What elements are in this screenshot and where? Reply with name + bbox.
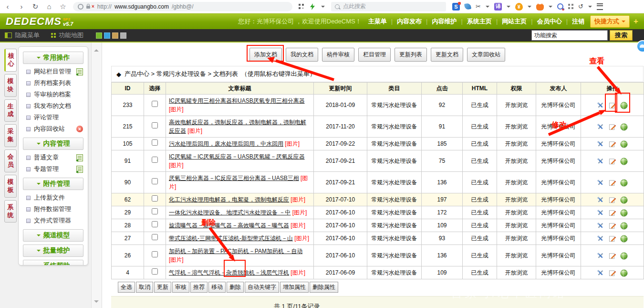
sidebar-menu-item[interactable]: 上传新文件 (19, 192, 88, 203)
view-globe-icon[interactable] (620, 222, 628, 230)
row-checkbox[interactable] (152, 234, 158, 240)
scroll-down-arrow-icon[interactable] (94, 300, 99, 305)
scissors-dropdown-icon[interactable] (486, 6, 489, 10)
magnifier-extension-icon[interactable] (557, 3, 563, 10)
doc-action-button[interactable]: 稿件审核 (322, 48, 354, 62)
sidebar-menu-item[interactable]: 所有档案列表 (19, 77, 88, 89)
function-search-input[interactable] (531, 30, 608, 41)
doc-title-link[interactable]: 带式压滤机-三网带式压滤机-新型带式压滤机－山 (169, 235, 293, 242)
batch-action-button[interactable]: 推荐 (190, 282, 208, 293)
section-header-common-ops[interactable]: 常用操作 (23, 52, 83, 64)
doc-title-link[interactable]: 厌氧三相分离器－IC反应器三相分离器－UASB三相 (169, 175, 299, 181)
translate-extension-icon[interactable]: 译 (494, 3, 502, 11)
edit-icon[interactable] (609, 196, 616, 203)
edit-icon[interactable] (609, 209, 616, 216)
sidebar-menu-item[interactable]: 内容回收站 (19, 123, 88, 135)
change-attributes-icon[interactable] (597, 252, 604, 259)
edit-icon[interactable] (609, 158, 616, 165)
sidebar-menu-item[interactable]: 评论管理 (19, 112, 88, 123)
header-nav-link[interactable]: 注销 (572, 17, 584, 26)
change-attributes-icon[interactable] (597, 123, 604, 130)
view-globe-icon[interactable] (620, 252, 628, 260)
row-checkbox[interactable] (152, 208, 158, 214)
doc-title-link[interactable]: IC厌氧罐专用三相分离器和UASB厌氧专用三相分离器 (169, 97, 305, 104)
sidebar-tab[interactable]: 采集 (4, 124, 17, 147)
change-attributes-icon[interactable] (597, 209, 604, 216)
pen-extension-icon[interactable] (464, 3, 471, 10)
doc-action-button[interactable]: 更新列表 (395, 48, 427, 62)
change-attributes-icon[interactable] (597, 222, 604, 229)
flash-lightning-icon[interactable] (310, 3, 315, 10)
row-checkbox[interactable] (152, 178, 158, 184)
batch-action-button[interactable]: 自动关键字 (245, 282, 279, 293)
row-checkbox[interactable] (152, 101, 158, 107)
view-globe-icon[interactable] (620, 140, 628, 148)
forward-icon[interactable]: › (18, 3, 25, 10)
sogou-extension-icon[interactable]: S (452, 3, 460, 11)
theme-color-swatch[interactable] (104, 32, 110, 39)
fox-extension-icon[interactable] (536, 4, 544, 11)
batch-action-button[interactable]: 删除属性 (310, 282, 338, 293)
address-bar[interactable]: × http://www.sdguangbo.com/gbhb@/ (73, 2, 292, 11)
home-icon[interactable]: ⌂ (45, 3, 53, 10)
batch-action-button[interactable]: 全选 (118, 282, 135, 293)
breadcrumb-path[interactable]: 产品中心 > 常规污水处理设备 > 文档列表 (125, 70, 238, 78)
currency-dropdown-icon[interactable] (528, 6, 531, 10)
undo-dropdown-icon[interactable] (588, 6, 592, 10)
edit-icon[interactable] (609, 252, 616, 259)
hide-menu-button[interactable]: 隐藏菜单 (5, 31, 40, 40)
view-globe-icon[interactable] (620, 123, 628, 131)
edit-icon[interactable] (609, 235, 616, 242)
change-attributes-icon[interactable] (597, 102, 604, 109)
change-attributes-icon[interactable] (597, 158, 604, 165)
view-globe-icon[interactable] (620, 102, 628, 109)
doc-action-button[interactable]: 添加文档 (249, 48, 282, 62)
change-attributes-icon[interactable] (597, 235, 604, 242)
batch-action-button[interactable]: 审核 (172, 282, 189, 293)
change-attributes-icon[interactable] (597, 140, 604, 148)
site-info-icon[interactable] (78, 4, 83, 10)
sidebar-tab[interactable]: 核心 (4, 49, 17, 72)
view-globe-icon[interactable] (620, 209, 628, 217)
doc-title-link[interactable]: 加药机－加药装置－PAC加药机－PAM加药机 －自动 (169, 248, 302, 255)
doc-title-link[interactable]: 污水处理后回用，废水处理后回用，中水回用 (169, 140, 283, 147)
section-header-system-help[interactable]: 系统帮助 (23, 260, 83, 266)
header-nav-link[interactable]: 系统主页 (467, 17, 492, 26)
currency-extension-icon[interactable]: ¥ (515, 3, 523, 11)
header-nav-link[interactable]: 内容维护 (432, 17, 457, 26)
doc-action-button[interactable]: 栏目管理 (358, 48, 391, 62)
refresh-icon[interactable]: ↻ (31, 3, 39, 10)
theme-color-swatch[interactable] (96, 32, 102, 39)
sidebar-menu-item[interactable]: 附件数据管理 (19, 203, 88, 215)
edit-icon[interactable] (609, 102, 616, 109)
dedecms-logo[interactable]: DEDECMS SP2 v5.7 (6, 16, 73, 27)
doc-action-button[interactable]: 文章回收站 (467, 48, 505, 62)
sidebar-menu-item[interactable]: 普通文章 (19, 152, 88, 163)
sidebar-tab[interactable]: 模板 (4, 175, 17, 198)
sidebar-menu-item[interactable]: 网站栏目管理 (19, 66, 88, 77)
function-map-button[interactable]: 功能地图 (51, 31, 83, 40)
sidebar-menu-item[interactable]: 等审核的档案 (19, 89, 88, 100)
view-globe-icon[interactable] (620, 235, 628, 243)
change-attributes-icon[interactable] (597, 179, 604, 186)
section-header-channel-model[interactable]: 频道模型 (23, 229, 83, 242)
row-checkbox[interactable] (152, 157, 158, 163)
theme-color-swatch[interactable] (112, 32, 118, 39)
bookmark-star-icon[interactable]: ☆ (59, 3, 67, 10)
change-attributes-icon[interactable] (597, 196, 604, 203)
section-header-attachment-mgmt[interactable]: 附件管理 (23, 178, 83, 190)
change-attributes-icon[interactable] (597, 269, 604, 276)
sidebar-tab[interactable]: 会员 (4, 149, 17, 172)
section-header-content-mgmt[interactable]: 内容管理 (23, 138, 83, 150)
row-checkbox[interactable] (152, 195, 158, 202)
view-globe-icon[interactable] (620, 196, 628, 204)
edit-icon[interactable] (609, 179, 616, 186)
theme-color-swatch[interactable] (120, 32, 126, 39)
sidebar-menu-item[interactable]: 文件式管理器 (19, 215, 88, 226)
qr-code-icon[interactable] (299, 4, 304, 9)
doc-title-link[interactable]: 化工污水处理用电解器，电絮凝，强制电解反应 (169, 196, 289, 203)
doc-title-link[interactable]: 气浮机－溶气气浮机－杂质脱除机－浅层气浮机 (169, 269, 289, 276)
batch-action-button[interactable]: 增加属性 (280, 282, 309, 293)
sidebar-tab[interactable]: 生成 (4, 99, 17, 122)
doc-action-button[interactable]: 更新文档 (431, 48, 463, 62)
